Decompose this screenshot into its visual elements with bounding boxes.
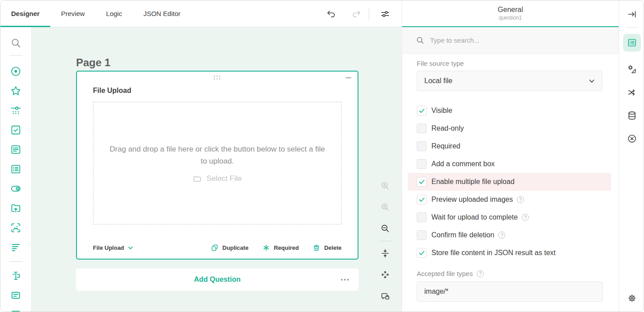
property-panel-subtitle: question1: [499, 15, 522, 21]
toolbox-item-single-line-input[interactable]: [6, 266, 26, 285]
toolbox-item-ranking[interactable]: [6, 237, 26, 257]
duplicate-button[interactable]: Duplicate: [210, 244, 249, 252]
tab-designer[interactable]: Designer: [0, 0, 50, 27]
property-grid-tab[interactable]: [623, 34, 641, 52]
add-question-button[interactable]: Add Question: [76, 268, 358, 291]
zoom-out-button[interactable]: [380, 223, 390, 234]
checkbox-row-preview-uploaded-images[interactable]: Preview uploaded images ?: [408, 191, 611, 208]
file-source-type-dropdown[interactable]: Local file: [417, 71, 602, 91]
ranking-icon: [10, 241, 22, 253]
design-surface: Page 1 Description File Upload Drag and …: [32, 27, 402, 312]
checkbox-row-confirm-file-deletion[interactable]: Confirm file deletion ?: [408, 226, 611, 244]
help-icon[interactable]: ?: [477, 270, 484, 277]
circle-cross-tab[interactable]: [627, 133, 637, 144]
zoom-default-button[interactable]: [380, 202, 390, 212]
top-tab-bar: Designer Preview Logic JSON Editor: [0, 0, 402, 27]
question-type-selector[interactable]: File Upload: [93, 244, 133, 251]
collapse-all-button[interactable]: [380, 248, 390, 259]
delete-button[interactable]: Delete: [312, 244, 342, 252]
checkbox-row-store-file-content[interactable]: Store file content in JSON result as tex…: [408, 244, 611, 262]
settings-sliders-icon: [380, 8, 390, 20]
creator-preferences-button[interactable]: [627, 293, 637, 304]
collapse-panel-button[interactable]: [627, 9, 637, 20]
zoom-out-icon: [380, 223, 390, 234]
view-tabs: Designer Preview Logic JSON Editor: [0, 0, 191, 27]
checkbox-label: Required: [431, 142, 460, 150]
select-file-label: Select File: [206, 174, 242, 183]
logic-tab[interactable]: [627, 87, 637, 98]
creator-settings-button[interactable]: [380, 8, 390, 19]
expand-surface-button[interactable]: [380, 269, 390, 280]
text-input-icon: [10, 270, 22, 282]
help-icon[interactable]: ?: [517, 196, 524, 203]
toolbox-item-multiselect-dropdown[interactable]: [6, 140, 26, 159]
toolbox-item-file-upload[interactable]: [6, 198, 26, 218]
radiogroup-icon: [10, 65, 22, 77]
file-dropzone[interactable]: Drag and drop a file here or click the b…: [93, 102, 342, 224]
file-source-type-value: Local file: [424, 77, 452, 85]
chevron-down-icon: [128, 246, 133, 250]
tab-json-editor[interactable]: JSON Editor: [133, 0, 191, 27]
check-icon: [419, 251, 425, 256]
file-upload-icon: [10, 202, 22, 214]
checkbox-row-add-comment-box[interactable]: Add a comment box: [408, 155, 611, 173]
undo-icon: [326, 8, 337, 20]
toolbox-item-dropdown[interactable]: [6, 100, 26, 120]
theme-tab[interactable]: [627, 64, 637, 75]
property-grid-icon: [627, 37, 637, 48]
checkbox-row-visible[interactable]: Visible: [408, 102, 611, 120]
database-tab[interactable]: [627, 110, 637, 121]
help-icon[interactable]: ?: [522, 214, 529, 221]
question-footer: File Upload Duplicate Required Delete: [93, 244, 342, 252]
dropdown-icon: [10, 104, 22, 116]
toolbox-item-checkboxes[interactable]: [6, 120, 26, 140]
checkbox: [417, 159, 427, 169]
toolbox-item-long-text[interactable]: [6, 285, 26, 305]
property-search-bar[interactable]: [402, 27, 619, 54]
redo-button[interactable]: [351, 8, 362, 19]
dropzone-instructions: Drag and drop a file here or click the b…: [108, 143, 327, 167]
toolbox-item-rating[interactable]: [6, 81, 26, 100]
tab-logic[interactable]: Logic: [96, 0, 133, 27]
chevron-down-icon: [589, 79, 595, 83]
checkbox-row-read-only[interactable]: Read-only: [408, 120, 611, 137]
toolbox-item-boolean[interactable]: [6, 179, 26, 198]
toolbox-item-panel[interactable]: [6, 305, 26, 312]
accepted-file-types-label: Accepted file types ?: [417, 270, 611, 277]
drag-handle[interactable]: [214, 76, 221, 80]
undo-button[interactable]: [326, 8, 337, 19]
accepted-file-types-input[interactable]: [417, 281, 603, 302]
toolbox-divider: [9, 55, 23, 56]
checkbox-label: Enable multiple file upload: [431, 178, 515, 186]
property-search-input[interactable]: [430, 36, 564, 44]
page-title[interactable]: Page 1: [76, 56, 402, 69]
collapse-question-button[interactable]: [346, 77, 351, 78]
settings-gear-icon: [627, 293, 637, 304]
toolbox-item-image-picker[interactable]: [6, 218, 26, 237]
check-icon: [419, 108, 425, 113]
question-card-file-upload[interactable]: File Upload Drag and drop a file here or…: [76, 71, 358, 260]
toolbox-search-button[interactable]: [6, 33, 26, 52]
zoom-in-button[interactable]: [380, 180, 390, 191]
add-question-more-menu[interactable]: [341, 279, 349, 280]
checkbox-row-wait-for-upload[interactable]: Wait for upload to complete ?: [408, 208, 611, 226]
boolean-icon: [10, 183, 22, 195]
lock-questions-icon: [380, 291, 390, 301]
tab-preview[interactable]: Preview: [50, 0, 95, 27]
checkbox-row-enable-multiple-file-upload[interactable]: Enable multiple file upload: [408, 173, 611, 191]
select-file-button[interactable]: Select File: [193, 174, 242, 184]
zoom-default-icon: [380, 202, 390, 212]
lock-questions-button[interactable]: [380, 291, 390, 301]
checkbox-row-required[interactable]: Required: [408, 137, 611, 155]
search-icon: [10, 37, 22, 49]
required-toggle-button[interactable]: Required: [262, 244, 299, 252]
toolbox-item-radiogroup[interactable]: [6, 61, 26, 81]
property-panel-header[interactable]: General question1: [402, 0, 619, 27]
accepted-file-types-label-text: Accepted file types: [417, 270, 473, 277]
tab-designer-label: Designer: [11, 10, 40, 17]
checkbox-label: Read-only: [431, 124, 464, 132]
toolbox-item-matrix[interactable]: [6, 159, 26, 179]
tab-json-editor-label: JSON Editor: [143, 10, 180, 17]
help-icon[interactable]: ?: [498, 232, 505, 239]
question-title[interactable]: File Upload: [93, 87, 342, 95]
